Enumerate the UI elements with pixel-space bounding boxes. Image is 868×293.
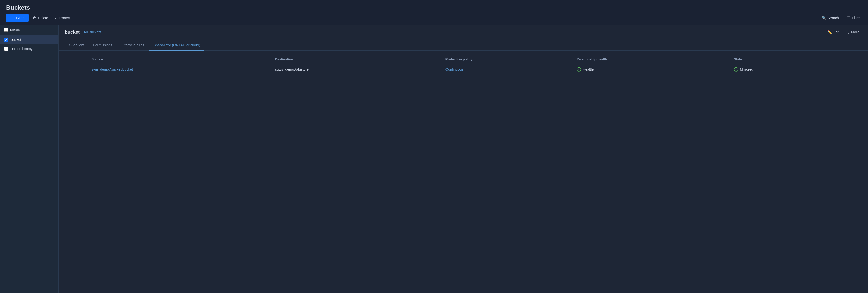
filter-label: Filter	[852, 16, 860, 20]
page-title: Buckets	[6, 4, 30, 11]
sidebar-item-ontap-dummy-label: ontap-dummy	[11, 47, 33, 51]
sidebar-header-checkbox[interactable]	[4, 28, 8, 32]
edit-icon: ✏️	[828, 30, 832, 34]
state-label: Mirrored	[740, 67, 753, 71]
ellipsis-icon: ⋮	[846, 30, 850, 34]
chevron-down-icon: ⌄	[68, 68, 70, 71]
edit-button[interactable]: ✏️ Edit	[825, 29, 842, 36]
state-icon: ✓	[734, 67, 738, 72]
toolbar-left: ＋ + Add 🗑 Delete 🛡 Protect	[6, 14, 73, 22]
table-container: Source Destination Protection policy Rel…	[59, 51, 868, 293]
tab-permissions[interactable]: Permissions	[89, 40, 116, 51]
content-header-left: bucket All Buckets	[65, 30, 101, 35]
more-button[interactable]: ⋮ More	[844, 29, 862, 36]
breadcrumb-link[interactable]: All Buckets	[84, 30, 101, 34]
add-label: + Add	[15, 16, 25, 20]
delete-label: Delete	[38, 16, 48, 20]
th-destination: Destination	[272, 55, 442, 64]
th-state: State	[731, 55, 862, 64]
edit-label: Edit	[833, 30, 839, 34]
page-header: Buckets	[0, 0, 868, 11]
tab-snapmirror[interactable]: SnapMirror (ONTAP or cloud)	[149, 40, 204, 51]
sidebar-header-label: Name	[10, 28, 21, 32]
health-icon: ✓	[577, 67, 581, 72]
tab-overview[interactable]: Overview	[65, 40, 88, 51]
delete-button[interactable]: 🗑 Delete	[31, 14, 50, 22]
protect-button[interactable]: 🛡 Protect	[52, 14, 73, 22]
th-source: Source	[88, 55, 272, 64]
more-label: More	[851, 30, 859, 34]
td-protection-policy: Continuous	[442, 64, 574, 75]
sidebar-item-bucket-label: bucket	[11, 37, 21, 41]
td-relationship-health: ✓ Healthy	[574, 64, 731, 75]
sidebar-header: Name	[0, 25, 58, 35]
health-badge: ✓ Healthy	[577, 67, 728, 72]
page-container: Buckets ＋ + Add 🗑 Delete 🛡 Protect 🔍 Sea…	[0, 0, 868, 293]
sidebar-item-ontap-dummy[interactable]: ontap-dummy	[0, 44, 58, 53]
table-header-row: Source Destination Protection policy Rel…	[65, 55, 862, 64]
tab-lifecycle-rules[interactable]: Lifecycle rules	[118, 40, 149, 51]
th-checkbox	[65, 55, 88, 64]
filter-icon: ☰	[847, 16, 850, 20]
sidebar: Name bucket ontap-dummy	[0, 25, 59, 293]
delete-icon: 🗑	[33, 16, 36, 20]
search-icon: 🔍	[822, 16, 826, 20]
th-relationship-health: Relationship health	[574, 55, 731, 64]
sidebar-item-ontap-dummy-checkbox[interactable]	[4, 47, 8, 51]
add-icon: ＋	[10, 16, 14, 20]
sidebar-item-bucket[interactable]: bucket	[0, 35, 58, 44]
search-label: Search	[828, 16, 839, 20]
search-button[interactable]: 🔍 Search	[820, 14, 841, 22]
protect-label: Protect	[59, 16, 71, 20]
main-layout: Name bucket ontap-dummy bucket All Bucke…	[0, 25, 868, 293]
table-row: ⌄ svm_demo:/bucket/bucket sgws_demo:/obj…	[65, 64, 862, 75]
content-header: bucket All Buckets ✏️ Edit ⋮ More	[59, 25, 868, 40]
toolbar-right: 🔍 Search ☰ Filter	[820, 14, 862, 22]
tabs-bar: Overview Permissions Lifecycle rules Sna…	[59, 40, 868, 51]
sidebar-item-bucket-checkbox[interactable]	[4, 37, 8, 41]
th-protection-policy: Protection policy	[442, 55, 574, 64]
td-source: svm_demo:/bucket/bucket	[88, 64, 272, 75]
content-area: bucket All Buckets ✏️ Edit ⋮ More	[59, 25, 868, 293]
policy-link[interactable]: Continuous	[445, 67, 464, 71]
td-state: ✓ Mirrored	[731, 64, 862, 75]
snapmirror-table: Source Destination Protection policy Rel…	[65, 55, 862, 75]
health-label: Healthy	[583, 67, 595, 71]
toolbar: ＋ + Add 🗑 Delete 🛡 Protect 🔍 Search ☰ Fi…	[0, 11, 868, 25]
source-link[interactable]: svm_demo:/bucket/bucket	[91, 67, 133, 71]
add-button[interactable]: ＋ + Add	[6, 14, 29, 22]
filter-button[interactable]: ☰ Filter	[845, 14, 862, 22]
shield-icon: 🛡	[54, 16, 58, 20]
content-header-right: ✏️ Edit ⋮ More	[825, 29, 862, 36]
td-destination: sgws_demo:/objstore	[272, 64, 442, 75]
content-title: bucket	[65, 30, 80, 35]
td-expand[interactable]: ⌄	[65, 64, 88, 75]
state-badge: ✓ Mirrored	[734, 67, 859, 72]
